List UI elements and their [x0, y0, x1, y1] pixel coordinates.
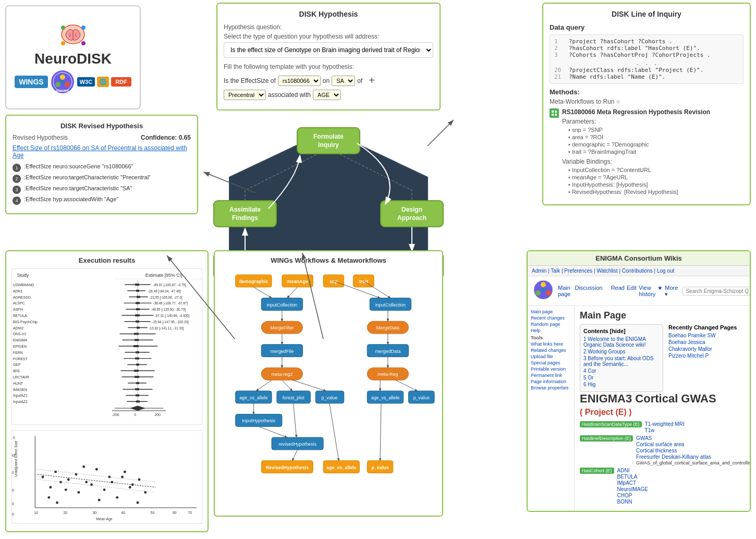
template-text-associated: associated with: [268, 91, 311, 99]
svg-text:-13.82 [-141.11, -11.33]: -13.82 [-141.11, -11.33]: [149, 326, 184, 330]
svg-text:0: 0: [134, 413, 136, 416]
main-page-title: Main Page: [580, 310, 751, 321]
svg-line-216: [396, 380, 418, 391]
wings-workflows-title: WINGs Workflows & Metaworkflows: [220, 256, 437, 264]
svg-text:-200: -200: [112, 413, 119, 416]
code-line-2: 2 ?hasCohort rdfs:label "HasCohort (E)".: [554, 45, 739, 52]
svg-point-13: [65, 82, 70, 87]
workflow-icon: [550, 108, 559, 118]
svg-text:70: 70: [188, 511, 192, 514]
svg-point-136: [42, 476, 44, 479]
logo-box: NeuroDISK WINGS ENIGMA W3C 🌐 RDF: [5, 5, 141, 109]
revised-effect: Effect Size of rs1080066 on SA of Precen…: [13, 144, 191, 159]
svg-text:inputCollection: inputCollection: [375, 302, 406, 308]
svg-point-14: [60, 80, 65, 84]
svg-text:10: 10: [34, 511, 38, 514]
workflow-diagram: demographic meanAge snp trait inputColle…: [220, 268, 437, 508]
svg-text:IBIS: IBIS: [13, 369, 20, 373]
wiki-sidebar: Main page Recent changes Random page Hel…: [528, 306, 575, 511]
disk-inquiry-box: DISK Line of Inquiry Data query 1 ?proje…: [542, 3, 751, 205]
svg-point-159: [121, 476, 124, 479]
svg-rect-55: [137, 296, 140, 298]
enigma-header: ENIGMA Consortium Wikis: [528, 251, 750, 266]
brief-desc-badge: HasBriefDescription (E): [580, 435, 633, 442]
disk-inquiry-title: DISK Line of Inquiry: [550, 10, 743, 18]
svg-line-223: [292, 450, 298, 461]
svg-text:50: 50: [151, 511, 155, 514]
svg-text:EPIGEN: EPIGEN: [13, 345, 27, 348]
project-subtitle: ( Project (E) ): [580, 408, 751, 417]
svg-text:-200: -200: [11, 502, 14, 506]
svg-rect-22: [297, 128, 360, 154]
recently-changed: Recently Changed Pages Boehao Pramke SW …: [668, 324, 751, 392]
svg-text:RevisedHypothesis: RevisedHypothesis: [266, 465, 309, 470]
workflow-name: RS1080066 Meta Regression Hypothesis Rev…: [562, 108, 710, 116]
svg-text:p_value: p_value: [321, 395, 337, 400]
svg-point-152: [47, 496, 50, 499]
template-text-1: Is the EffectSize of: [224, 77, 276, 84]
svg-rect-51: [136, 290, 139, 292]
svg-line-219: [259, 426, 287, 437]
execution-results-title: Execution results: [11, 256, 202, 264]
svg-line-229: [380, 403, 381, 461]
svg-text:inputCollection: inputCollection: [267, 302, 297, 308]
svg-text:USWBHANG: USWBHANG: [13, 283, 34, 287]
brain-icon: [59, 21, 88, 47]
svg-text:revisedHypothesis: revisedHypothesis: [278, 442, 316, 447]
svg-line-162: [38, 474, 155, 487]
wings-workflows-box: WINGs Workflows & Metaworkflows demograp…: [214, 250, 443, 517]
svg-text:60: 60: [173, 511, 177, 514]
svg-text:age_vs_allele: age_vs_allele: [326, 465, 356, 470]
variable-bindings-list: InputCollection = ?ContentURL meanAge = …: [562, 167, 710, 195]
plus-button[interactable]: +: [369, 75, 375, 87]
svg-text:Design: Design: [401, 206, 422, 213]
svg-text:Inquiry: Inquiry: [318, 141, 339, 149]
svg-text:-28.49 [-84.04, -47.46]: -28.49 [-84.04, -47.46]: [148, 289, 181, 293]
main-container: NeuroDISK WINGS ENIGMA W3C 🌐 RDF D: [0, 0, 756, 539]
recently-title: Recently Changed Pages: [668, 324, 751, 330]
sa-select[interactable]: SA: [332, 76, 355, 86]
svg-text:-89.91 [-100.87, -0.75]: -89.91 [-100.87, -0.75]: [153, 283, 186, 287]
svg-rect-75: [137, 327, 140, 329]
svg-text:meta-Reg: meta-Reg: [377, 372, 398, 377]
svg-line-164: [38, 480, 155, 493]
svg-text:age_vs_allele: age_vs_allele: [239, 395, 268, 400]
svg-text:Unadjusted Effect Size: Unadjusted Effect Size: [14, 440, 18, 477]
has-cohort-badge: HasCohort (E): [580, 468, 614, 474]
template-row-1: Is the EffectSize of rs1080066 on SA of …: [224, 75, 433, 87]
snp-select[interactable]: rs1080066: [278, 76, 321, 86]
hypothesis-question-label: Hypothesis question:: [224, 23, 433, 31]
wiki-search-input[interactable]: [682, 287, 751, 296]
svg-rect-112: [136, 400, 140, 402]
svg-text:ENIGMA: ENIGMA: [56, 89, 69, 92]
svg-point-145: [103, 488, 106, 491]
svg-text:-150: -150: [11, 488, 14, 492]
execution-results-box: Execution results Study Estimate [95% CI…: [5, 250, 209, 532]
template-section: Is the EffectSize of rs1080066 on SA of …: [224, 75, 433, 100]
svg-point-153: [56, 501, 58, 504]
svg-text:FOREST: FOREST: [13, 357, 28, 361]
w3c-badge: W3C: [77, 77, 95, 87]
demographic-select[interactable]: AGE: [313, 90, 341, 100]
svg-rect-18: [552, 114, 554, 116]
svg-rect-92: [135, 339, 139, 341]
revised-hypothesis-title: DISK Revised Hypothesis: [13, 122, 191, 130]
data-query-title: Data query: [550, 23, 743, 31]
svg-rect-96: [136, 351, 139, 353]
svg-point-137: [49, 486, 52, 488]
revised-hypothesis-box: DISK Revised Hypothesis Revised Hypothes…: [5, 115, 198, 214]
svg-text:ENIGMA: ENIGMA: [13, 338, 28, 342]
svg-text:Estimate [95% CI]: Estimate [95% CI]: [145, 273, 182, 278]
svg-point-7: [81, 26, 86, 30]
rdf-items: 1 :EffectSize neuro:sourceGene "rs108006…: [13, 163, 191, 205]
svg-rect-25: [381, 201, 443, 227]
rdf-item-1: 1 :EffectSize neuro:sourceGene "rs108006…: [13, 163, 191, 172]
hypothesis-type-dropdown[interactable]: Is the effect size of Genotype on Brain …: [224, 42, 433, 58]
svg-rect-63: [136, 308, 140, 310]
svg-text:-48.65 [-135.00, -30.79]: -48.65 [-135.00, -30.79]: [151, 308, 186, 312]
region-select[interactable]: Precentral: [224, 90, 266, 100]
svg-rect-94: [133, 345, 139, 347]
wiki-top-nav: Admin | Talk | Preferences | Watchlist |…: [528, 266, 750, 276]
svg-point-144: [95, 468, 98, 471]
svg-point-142: [82, 466, 85, 468]
